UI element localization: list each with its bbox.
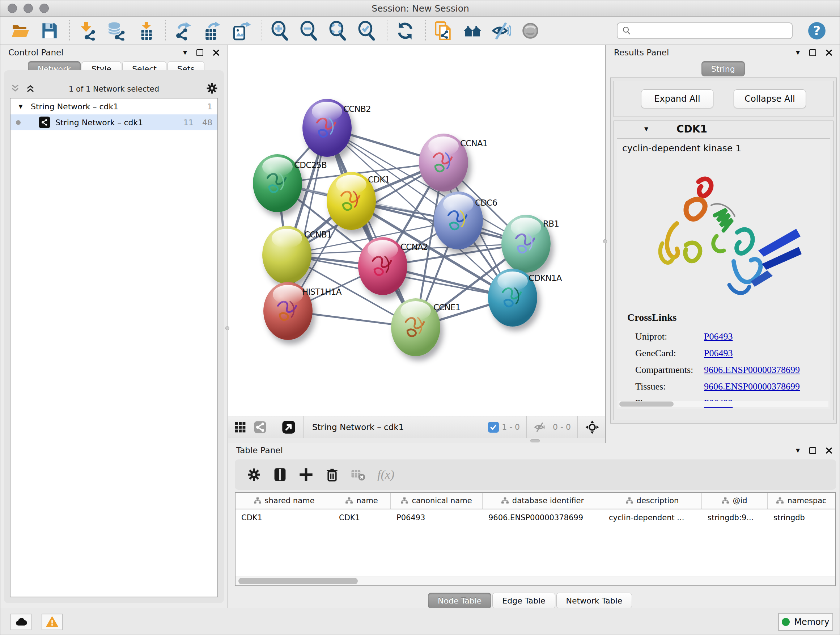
help-button[interactable]: ?	[806, 19, 828, 42]
open-session-button[interactable]	[9, 19, 32, 42]
search-input[interactable]	[634, 26, 779, 35]
export-table-button[interactable]	[202, 19, 224, 42]
tab-network-table[interactable]: Network Table	[556, 593, 632, 608]
panel-close-icon[interactable]	[826, 49, 832, 56]
refresh-button[interactable]	[394, 19, 416, 42]
scrollbar-thumb[interactable]	[619, 402, 674, 407]
save-session-button[interactable]	[38, 19, 60, 42]
show-columns-icon[interactable]	[270, 464, 291, 485]
network-canvas[interactable]: CCNB2CCNA1CDC25BCDK1CDC6RB1CCNB1CCNA2CDK…	[228, 45, 605, 416]
zoom-selected-button[interactable]	[355, 19, 378, 42]
node-gloss	[443, 195, 474, 214]
network-options-gear-icon[interactable]	[206, 82, 218, 96]
zoom-fit-button[interactable]	[327, 19, 349, 42]
refresh-icon	[395, 21, 415, 41]
crosslink-link[interactable]: 9606.ENSP00000378699	[704, 381, 800, 392]
collapse-all-button[interactable]: Collapse All	[734, 89, 806, 108]
toolbar-separator	[165, 20, 166, 41]
protein-description: cyclin-dependent kinase 1	[622, 143, 830, 154]
tab-edge-table[interactable]: Edge Table	[493, 593, 555, 608]
column-label: name	[356, 496, 378, 505]
protein-structure-image	[643, 162, 813, 307]
panel-float-icon[interactable]	[196, 49, 203, 56]
zoom-in-button[interactable]	[269, 19, 291, 42]
string-copy-network-button[interactable]	[432, 19, 455, 42]
crosslink-link[interactable]: P06493	[704, 348, 733, 359]
zoom-out-icon	[299, 21, 319, 41]
node-label-hist1h1a: HIST1H1A	[302, 287, 341, 296]
protein-section: ▾ CDK1 cyclin-dependent kinase 1	[614, 120, 834, 420]
hidden-eye-slash-icon[interactable]	[534, 421, 546, 433]
database-network-icon	[107, 21, 126, 41]
panel-collapse-icon[interactable]: ▾	[796, 447, 800, 454]
function-builder-icon-disabled: f(x)	[377, 468, 394, 481]
network-node-ccna2[interactable]	[358, 237, 407, 295]
warnings-button[interactable]	[42, 614, 63, 630]
column-header[interactable]: database identifier	[483, 493, 603, 509]
crosslink-link[interactable]: 9606.ENSP00000378699	[704, 364, 800, 375]
collection-expander-icon[interactable]: ▾	[11, 103, 31, 111]
import-network-from-database-button[interactable]	[105, 19, 128, 42]
table-row[interactable]: CDK1 CDK1 P06493 9606.ENSP00000378699 cy…	[235, 509, 835, 526]
tab-string[interactable]: String	[701, 61, 746, 76]
add-column-icon[interactable]	[295, 464, 317, 485]
table-horizontal-scrollbar[interactable]	[235, 576, 835, 585]
network-badge-gray-icon[interactable]	[254, 421, 267, 434]
column-header[interactable]: description	[603, 493, 702, 509]
network-selection-status: 1 of 1 Network selected	[10, 85, 218, 93]
node-table[interactable]: shared name name canonical name database…	[235, 492, 836, 586]
panel-close-icon[interactable]	[826, 447, 832, 454]
panel-float-icon[interactable]	[809, 447, 816, 454]
column-header[interactable]: shared name	[235, 493, 333, 509]
show-glass-button[interactable]	[519, 19, 542, 42]
protein-name: CDK1	[676, 123, 707, 135]
column-header[interactable]: namespac	[767, 493, 835, 509]
node-label-cdc25b: CDC25B	[294, 160, 327, 170]
node-label-ccna1: CCNA1	[460, 139, 488, 148]
column-header[interactable]: canonical name	[391, 493, 483, 509]
delete-column-icon[interactable]	[322, 464, 343, 485]
node-label-rb1: RB1	[543, 219, 559, 228]
network-node-ccne1[interactable]	[391, 298, 440, 356]
import-table-button[interactable]	[134, 19, 156, 42]
panel-close-icon[interactable]	[213, 49, 219, 56]
selected-checkbox-icon[interactable]	[488, 422, 499, 432]
network-row[interactable]: String Network – cdk1 11 48	[11, 114, 218, 130]
results-horizontal-scrollbar[interactable]	[619, 401, 829, 407]
zoom-out-button[interactable]	[298, 19, 320, 42]
birds-eye-view-icon[interactable]	[281, 420, 296, 434]
left-splitter-handle[interactable]	[225, 326, 229, 330]
horizontal-splitter[interactable]	[228, 438, 605, 443]
panel-collapse-icon[interactable]: ▾	[183, 49, 187, 57]
tab-node-table[interactable]: Node Table	[428, 593, 491, 608]
memory-button[interactable]: Memory	[778, 613, 833, 631]
hide-glass-button[interactable]	[490, 19, 513, 42]
panel-float-icon[interactable]	[809, 49, 816, 56]
column-header[interactable]: @id	[702, 493, 767, 509]
protein-section-header[interactable]: ▾ CDK1	[614, 121, 833, 137]
table-options-gear-icon[interactable]	[243, 464, 264, 485]
toolbar-separator	[387, 20, 387, 41]
control-panel: Control Panel ▾ NetworkStyleSelectSets 1…	[0, 45, 228, 608]
network-collection-row[interactable]: ▾ String Network – cdk1 1	[11, 98, 218, 114]
right-splitter-handle[interactable]	[603, 239, 607, 243]
cloud-status-button[interactable]	[11, 614, 32, 630]
export-image-button[interactable]	[231, 19, 253, 42]
expand-collapse-box: Expand All Collapse All	[614, 81, 834, 117]
crosslinks-title: CrossLinks	[627, 312, 676, 323]
toolbar-search-field[interactable]	[617, 22, 793, 39]
column-header[interactable]: name	[333, 493, 391, 509]
column-label: database identifier	[512, 496, 584, 505]
crosslink-link[interactable]: P06493	[704, 331, 733, 342]
expand-all-button[interactable]: Expand All	[641, 89, 714, 108]
panel-collapse-icon[interactable]: ▾	[796, 49, 800, 57]
export-network-button[interactable]	[172, 19, 195, 42]
protein-expander-icon[interactable]: ▾	[644, 125, 648, 133]
splitter-handle[interactable]	[531, 439, 540, 442]
save-floppy-icon	[39, 21, 59, 41]
home-species-button[interactable]	[461, 19, 484, 42]
import-network-file-button[interactable]	[76, 19, 99, 42]
grid-view-icon[interactable]	[234, 421, 246, 433]
scrollbar-thumb[interactable]	[238, 578, 358, 584]
fit-crosshair-icon[interactable]	[585, 420, 600, 434]
